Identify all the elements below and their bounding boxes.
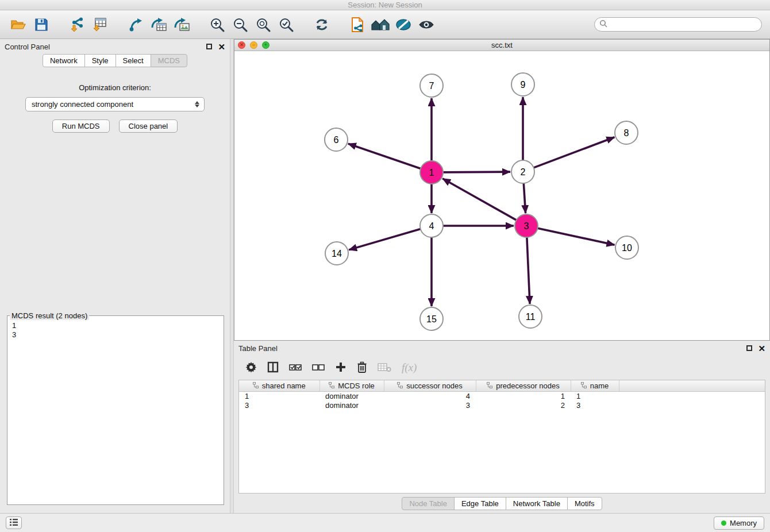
open-session-button[interactable] bbox=[8, 14, 29, 35]
show-columns-button[interactable] bbox=[267, 361, 279, 375]
tab-style[interactable]: Style bbox=[84, 54, 116, 67]
close-panel-icon[interactable]: ✕ bbox=[218, 43, 225, 51]
network-edge-2-3[interactable] bbox=[523, 183, 525, 213]
minimize-window-icon[interactable]: − bbox=[250, 41, 257, 49]
network-frame-titlebar: scc.txt ✕ − + bbox=[234, 40, 769, 51]
open-folder-icon bbox=[10, 18, 26, 32]
table-row[interactable]: 3dominator323 bbox=[239, 400, 765, 410]
close-window-icon[interactable]: ✕ bbox=[238, 41, 245, 49]
network-node-4[interactable]: 4 bbox=[420, 214, 443, 237]
maximize-window-icon[interactable]: + bbox=[262, 41, 270, 49]
network-node-14[interactable]: 14 bbox=[325, 242, 348, 265]
zoom-in-icon bbox=[210, 17, 225, 32]
column-header-name[interactable]: name bbox=[571, 380, 619, 391]
apply-style-button[interactable] bbox=[393, 14, 414, 35]
node-label: 11 bbox=[526, 312, 536, 322]
import-table-button[interactable] bbox=[90, 14, 110, 35]
network-node-6[interactable]: 6 bbox=[325, 128, 348, 151]
column-header-predecessor-nodes[interactable]: predecessor nodes bbox=[476, 380, 571, 391]
fx-icon: f(x) bbox=[402, 361, 417, 374]
import-network-button[interactable] bbox=[67, 14, 87, 35]
network-edge-4-14[interactable] bbox=[349, 229, 421, 250]
table-cell-empty bbox=[619, 391, 765, 400]
network-edge-1-6[interactable] bbox=[348, 144, 421, 168]
close-panel-button[interactable]: Close panel bbox=[119, 119, 178, 133]
table-panel-header: Table Panel ✕ bbox=[234, 341, 770, 356]
network-node-10[interactable]: 10 bbox=[615, 236, 638, 259]
table-cell[interactable]: 2 bbox=[476, 400, 571, 410]
network-edge-3-1[interactable] bbox=[442, 179, 516, 220]
home-views-button[interactable] bbox=[370, 14, 391, 35]
column-header-mcds-role[interactable]: MCDS role bbox=[319, 380, 384, 391]
export-document-button[interactable] bbox=[347, 14, 368, 35]
add-row-button[interactable] bbox=[335, 361, 346, 375]
table-cell[interactable]: 1 bbox=[571, 391, 619, 400]
export-image-button[interactable] bbox=[171, 14, 192, 35]
table-cell[interactable]: 1 bbox=[239, 391, 319, 400]
network-edge-3-10[interactable] bbox=[538, 228, 615, 245]
column-hierarchy-icon bbox=[329, 381, 335, 390]
search-box[interactable] bbox=[594, 17, 762, 32]
network-node-15[interactable]: 15 bbox=[420, 307, 443, 330]
network-node-7[interactable]: 7 bbox=[420, 74, 443, 97]
network-frame-title: scc.txt bbox=[234, 41, 769, 49]
node-label: 9 bbox=[521, 80, 526, 90]
select-all-button[interactable] bbox=[289, 363, 302, 373]
apply-style-icon bbox=[395, 18, 411, 32]
optimization-select[interactable]: strongly connected component bbox=[25, 97, 205, 111]
zoom-selected-button[interactable] bbox=[276, 14, 297, 35]
network-table-button[interactable] bbox=[148, 14, 169, 35]
column-header-shared-name[interactable]: shared name bbox=[239, 380, 319, 391]
import-table-icon bbox=[92, 17, 108, 32]
run-mcds-button[interactable]: Run MCDS bbox=[52, 119, 110, 133]
network-node-9[interactable]: 9 bbox=[511, 73, 534, 96]
zoom-out-button[interactable] bbox=[230, 14, 251, 35]
network-edge-1-2[interactable] bbox=[443, 172, 510, 172]
refresh-button[interactable] bbox=[311, 14, 332, 35]
table-cell[interactable]: 3 bbox=[384, 400, 476, 410]
table-cell[interactable]: dominator bbox=[319, 400, 384, 410]
table-cell[interactable]: 4 bbox=[384, 391, 476, 400]
optimization-label: Optimization criterion: bbox=[0, 83, 230, 92]
network-node-3[interactable]: 3 bbox=[515, 214, 538, 237]
tab-network[interactable]: Network bbox=[43, 54, 85, 67]
table-settings-button[interactable] bbox=[245, 361, 257, 375]
table-cell[interactable]: 3 bbox=[571, 400, 619, 410]
eye-icon bbox=[418, 19, 434, 30]
panel-splitter[interactable] bbox=[230, 39, 234, 513]
tab-mcds[interactable]: MCDS bbox=[151, 54, 187, 67]
status-menu-button[interactable] bbox=[6, 516, 22, 529]
zoom-out-icon bbox=[233, 17, 248, 32]
delete-row-button[interactable] bbox=[357, 361, 367, 375]
mcds-result-line: 3 bbox=[12, 330, 219, 340]
tab-select[interactable]: Select bbox=[116, 54, 151, 67]
save-session-button[interactable] bbox=[31, 14, 52, 35]
network-node-8[interactable]: 8 bbox=[615, 121, 638, 144]
float-panel-icon[interactable] bbox=[206, 44, 212, 49]
float-table-panel-icon[interactable] bbox=[746, 345, 752, 351]
network-node-11[interactable]: 11 bbox=[519, 305, 542, 328]
toggle-visibility-button[interactable] bbox=[416, 14, 437, 35]
network-node-1[interactable]: 1 bbox=[420, 161, 443, 184]
table-row[interactable]: 1dominator411 bbox=[239, 391, 765, 400]
table-cell[interactable]: dominator bbox=[319, 391, 384, 400]
network-edge-3-11[interactable] bbox=[527, 237, 530, 304]
column-header-successor-nodes[interactable]: successor nodes bbox=[384, 380, 476, 391]
memory-button[interactable]: Memory bbox=[714, 516, 764, 530]
table-cell[interactable]: 1 bbox=[476, 391, 571, 400]
network-node-2[interactable]: 2 bbox=[511, 160, 534, 183]
table-cell[interactable]: 3 bbox=[239, 400, 319, 410]
table-tab-edge-table[interactable]: Edge Table bbox=[454, 497, 506, 510]
search-input[interactable] bbox=[611, 20, 757, 29]
network-edge-2-8[interactable] bbox=[534, 137, 615, 168]
table-tab-node-table[interactable]: Node Table bbox=[402, 497, 455, 510]
zoom-fit-button[interactable] bbox=[253, 14, 274, 35]
close-table-panel-icon[interactable]: ✕ bbox=[758, 344, 765, 353]
zoom-in-button[interactable] bbox=[207, 14, 228, 35]
table-tab-network-table[interactable]: Network Table bbox=[506, 497, 568, 510]
network-canvas[interactable]: 7968124314101511 bbox=[234, 51, 769, 340]
deselect-all-button[interactable] bbox=[312, 363, 325, 373]
network-graph[interactable]: 7968124314101511 bbox=[234, 51, 769, 340]
table-tab-motifs[interactable]: Motifs bbox=[567, 497, 602, 510]
network-share-button[interactable] bbox=[125, 14, 146, 35]
